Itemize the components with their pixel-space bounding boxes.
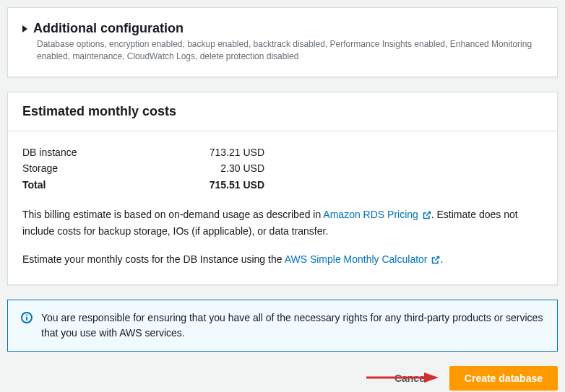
cost-table: DB instance 713.21 USD Storage 2.30 USD … bbox=[22, 144, 543, 193]
estimate-line: Estimate your monthly costs for the DB I… bbox=[22, 252, 543, 269]
rds-pricing-link[interactable]: Amazon RDS Pricing bbox=[323, 209, 431, 220]
cost-label: DB instance bbox=[22, 144, 199, 160]
external-link-icon bbox=[423, 209, 431, 224]
additional-configuration-toggle[interactable]: Additional configuration Database option… bbox=[22, 21, 543, 64]
responsibility-notice-text: You are responsible for ensuring that yo… bbox=[41, 310, 544, 341]
cost-total-value: 715.51 USD bbox=[199, 177, 264, 193]
create-database-button[interactable]: Create database bbox=[449, 366, 558, 391]
additional-configuration-description: Database options, encryption enabled, ba… bbox=[37, 38, 543, 64]
cost-row: DB instance 713.21 USD bbox=[22, 144, 543, 160]
responsibility-notice: You are responsible for ensuring that yo… bbox=[7, 300, 558, 352]
cost-value: 2.30 USD bbox=[199, 160, 264, 176]
simple-monthly-calculator-link-text: AWS Simple Monthly Calculator bbox=[285, 253, 428, 265]
cost-value: 713.21 USD bbox=[199, 144, 264, 160]
additional-configuration-panel: Additional configuration Database option… bbox=[7, 7, 558, 77]
estimate-text-before: Estimate your monthly costs for the DB I… bbox=[22, 253, 285, 265]
cost-row: Storage 2.30 USD bbox=[22, 160, 543, 176]
cost-total-label: Total bbox=[22, 177, 199, 193]
estimate-text-after: . bbox=[440, 253, 443, 265]
additional-configuration-title: Additional configuration bbox=[33, 21, 184, 36]
disclaimer-text-before: This billing estimate is based on on-dem… bbox=[22, 209, 323, 220]
estimated-costs-title: Estimated monthly costs bbox=[22, 104, 543, 119]
cost-label: Storage bbox=[22, 160, 199, 176]
caret-right-icon bbox=[22, 25, 27, 32]
info-icon bbox=[21, 312, 33, 341]
svg-point-1 bbox=[26, 314, 27, 315]
cancel-button[interactable]: Cancel bbox=[381, 367, 441, 390]
billing-disclaimer: This billing estimate is based on on-dem… bbox=[22, 207, 543, 239]
svg-rect-2 bbox=[26, 317, 27, 321]
external-link-icon bbox=[431, 253, 440, 269]
form-actions: Cancel Create database bbox=[7, 366, 558, 391]
estimated-costs-panel: Estimated monthly costs DB instance 713.… bbox=[7, 92, 558, 285]
rds-pricing-link-text: Amazon RDS Pricing bbox=[323, 209, 418, 220]
cost-row-total: Total 715.51 USD bbox=[22, 177, 543, 193]
simple-monthly-calculator-link[interactable]: AWS Simple Monthly Calculator bbox=[285, 253, 441, 265]
